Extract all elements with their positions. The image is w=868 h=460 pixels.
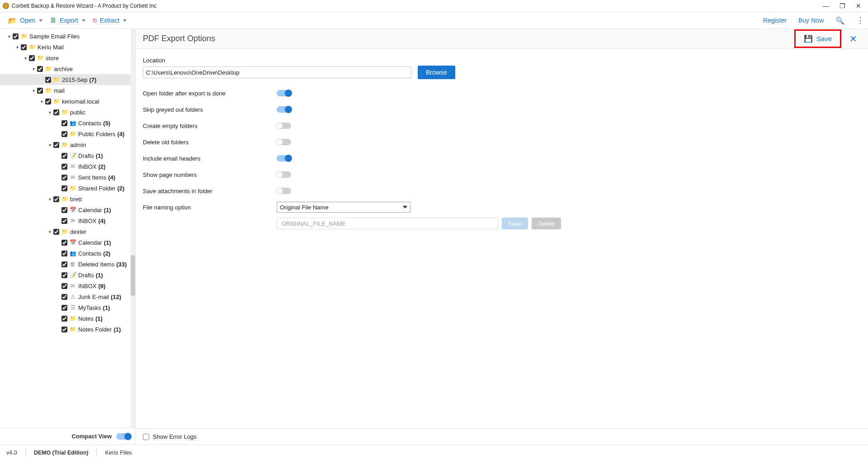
scrollbar-track[interactable] <box>131 29 135 427</box>
folder-open-icon: 📂 <box>8 16 17 25</box>
more-menu-icon[interactable]: ⋮ <box>856 15 863 25</box>
tree-checkbox[interactable] <box>61 120 67 126</box>
naming-select[interactable]: Original File Name <box>277 202 410 213</box>
tree-row[interactable]: ▾📁dexter <box>0 226 135 237</box>
tree-checkbox[interactable] <box>13 33 19 39</box>
tree-row[interactable]: ▸📅Calendar (1) <box>0 237 135 248</box>
folder-tree[interactable]: ▾📁Sample Email Files▾📁Kerio Mail▾📁store▾… <box>0 29 135 427</box>
naming-delete-button[interactable]: Delete <box>532 218 561 229</box>
open-button[interactable]: 📂 Open <box>5 14 46 27</box>
maximize-button[interactable]: ❐ <box>838 2 846 9</box>
tree-row[interactable]: ▸☰MyTasks (1) <box>0 302 135 313</box>
tree-checkbox[interactable] <box>37 66 43 72</box>
tree-checkbox[interactable] <box>61 283 67 289</box>
export-button[interactable]: 🗎 Export <box>46 14 89 26</box>
show-error-logs-checkbox[interactable] <box>143 434 149 440</box>
tree-count: (9) <box>98 283 105 289</box>
expander-icon[interactable]: ▾ <box>14 45 20 50</box>
expander-icon[interactable]: ▾ <box>31 66 36 71</box>
tree-checkbox[interactable] <box>61 153 67 159</box>
minimize-button[interactable]: — <box>822 2 830 9</box>
option-toggle[interactable] <box>277 90 291 96</box>
tree-row[interactable]: ▾📁Kerio Mail <box>0 42 135 52</box>
expander-icon[interactable]: ▾ <box>47 229 52 234</box>
close-window-button[interactable]: ✕ <box>854 2 863 9</box>
tree-row[interactable]: ▸📁Shared Folder (2) <box>0 183 135 194</box>
tree-row[interactable]: ▸⚠Junk E-mail (12) <box>0 291 135 302</box>
tree-checkbox[interactable] <box>61 164 67 170</box>
save-button[interactable]: 💾 Save <box>797 32 839 46</box>
tree-row[interactable]: ▾📁keriomail.local <box>0 96 135 107</box>
tree-checkbox[interactable] <box>37 88 43 94</box>
expander-icon[interactable]: ▾ <box>6 34 12 39</box>
tree-row[interactable]: ▾📁archive <box>0 63 135 74</box>
tree-checkbox[interactable] <box>53 196 59 202</box>
tree-row[interactable]: ▸📅Calendar (1) <box>0 204 135 215</box>
tree-checkbox[interactable] <box>61 316 67 322</box>
expander-icon[interactable]: ▾ <box>31 88 36 93</box>
location-input[interactable] <box>143 66 411 78</box>
buy-now-link[interactable]: Buy Now <box>798 17 824 24</box>
tree-row[interactable]: ▸📝Drafts (1) <box>0 150 135 161</box>
browse-button[interactable]: Browse <box>418 66 455 79</box>
tree-checkbox[interactable] <box>53 142 59 148</box>
tree-checkbox[interactable] <box>45 77 51 83</box>
folder-type-icon: 📁 <box>61 109 68 115</box>
tree-checkbox[interactable] <box>61 272 67 278</box>
tree-checkbox[interactable] <box>45 99 51 104</box>
expander-icon[interactable]: ▾ <box>23 56 28 61</box>
tree-checkbox[interactable] <box>61 207 67 213</box>
tree-checkbox[interactable] <box>29 55 35 61</box>
tree-checkbox[interactable] <box>61 240 67 246</box>
option-toggle[interactable] <box>277 188 291 194</box>
tree-row[interactable]: ▾📁store <box>0 52 135 63</box>
tree-row[interactable]: ▸📁Notes (1) <box>0 313 135 324</box>
tree-checkbox[interactable] <box>61 261 67 267</box>
tree-row[interactable]: ▸✉Sent Items (4) <box>0 172 135 183</box>
extract-button[interactable]: ⎋ Extract <box>89 14 131 26</box>
tree-row[interactable]: ▾📁mail <box>0 85 135 96</box>
tree-row[interactable]: ▾📁brett <box>0 194 135 204</box>
tree-row[interactable]: ▾📁Sample Email Files <box>0 31 135 42</box>
tree-checkbox[interactable] <box>61 294 67 300</box>
expander-icon[interactable]: ▾ <box>47 110 52 115</box>
tree-checkbox[interactable] <box>21 44 27 50</box>
tree-row[interactable]: ▾📁admin <box>0 139 135 150</box>
tree-row[interactable]: ▸👥Contacts (2) <box>0 248 135 259</box>
tree-row[interactable]: ▸🗑Deleted Items (33) <box>0 259 135 270</box>
compact-view-toggle[interactable] <box>116 433 131 440</box>
expander-icon[interactable]: ▾ <box>47 142 52 147</box>
tree-checkbox[interactable] <box>61 218 67 224</box>
option-toggle[interactable] <box>277 171 291 178</box>
option-toggle[interactable] <box>277 123 291 129</box>
tree-checkbox[interactable] <box>53 109 59 115</box>
naming-save-button[interactable]: Save <box>502 218 528 229</box>
tree-checkbox[interactable] <box>61 175 67 180</box>
tree-row[interactable]: ▸✉INBOX (2) <box>0 161 135 172</box>
tree-row[interactable]: ▸📝Drafts (1) <box>0 270 135 280</box>
search-icon[interactable]: 🔍 <box>835 16 844 25</box>
tree-checkbox[interactable] <box>61 185 67 191</box>
tree-row[interactable]: ▾📁public <box>0 107 135 118</box>
tree-count: (4) <box>108 174 115 181</box>
tree-checkbox[interactable] <box>61 327 67 332</box>
tree-row[interactable]: ▸👥Contacts (5) <box>0 118 135 128</box>
register-link[interactable]: Register <box>763 17 787 24</box>
tree-row[interactable]: ▸📁Notes Folder (1) <box>0 324 135 335</box>
scrollbar-thumb[interactable] <box>131 255 135 296</box>
close-panel-button[interactable]: ✕ <box>846 32 861 46</box>
tree-checkbox[interactable] <box>61 251 67 256</box>
tree-row[interactable]: ▸✉INBOX (9) <box>0 280 135 291</box>
tree-checkbox[interactable] <box>61 131 67 137</box>
expander-icon[interactable]: ▾ <box>39 99 44 104</box>
tree-row[interactable]: ▸📁Public Folders (4) <box>0 128 135 139</box>
option-toggle[interactable] <box>277 139 291 145</box>
naming-preview-input[interactable] <box>277 218 498 229</box>
tree-checkbox[interactable] <box>61 305 67 311</box>
tree-row[interactable]: ▸📁2015-Sep (7) <box>0 74 135 85</box>
tree-row[interactable]: ▸✉INBOX (4) <box>0 215 135 226</box>
option-toggle[interactable] <box>277 106 291 113</box>
tree-checkbox[interactable] <box>53 229 59 235</box>
option-toggle[interactable] <box>277 155 291 161</box>
expander-icon[interactable]: ▾ <box>47 197 52 202</box>
